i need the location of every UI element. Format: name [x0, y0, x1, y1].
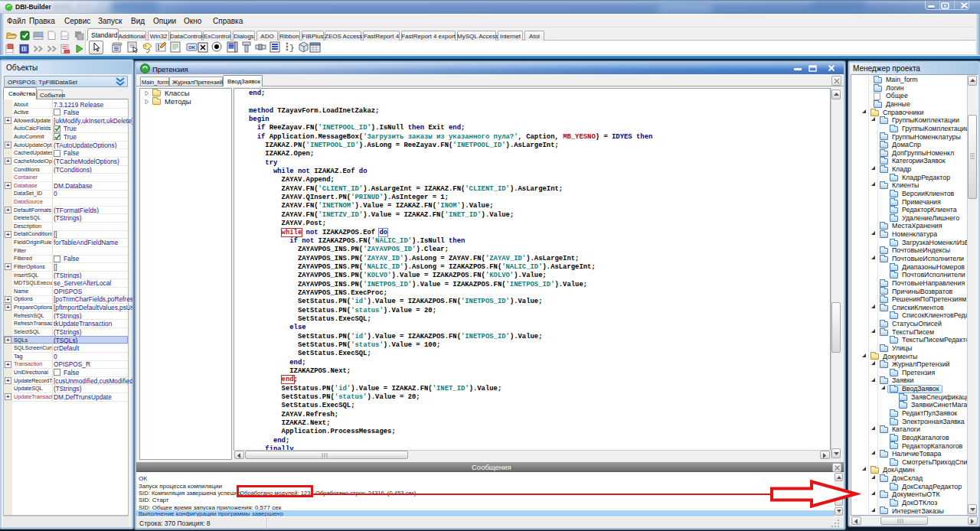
svg-text:OK: OK — [188, 45, 196, 50]
svg-text:}: } — [289, 44, 295, 53]
